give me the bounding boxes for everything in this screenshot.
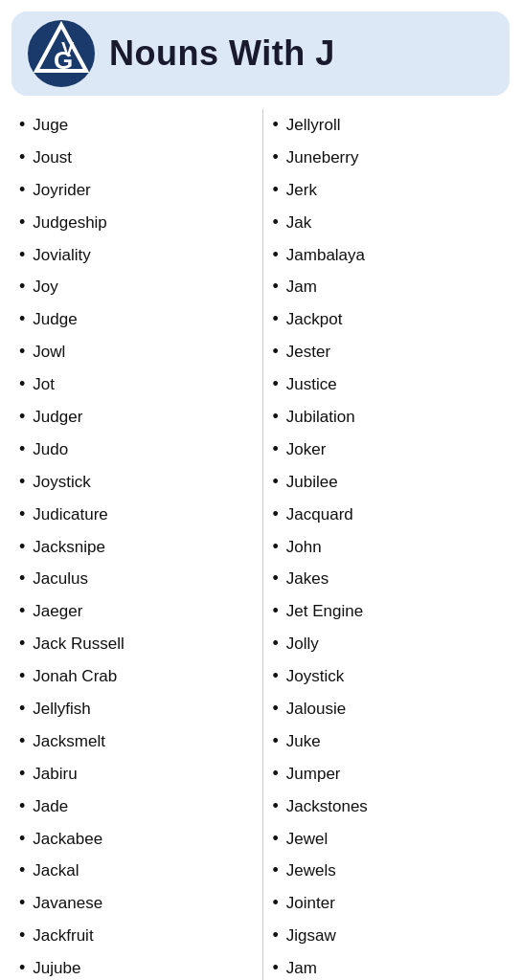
list-item: •Jonah Crab <box>19 660 253 693</box>
bullet: • <box>273 501 279 528</box>
bullet: • <box>19 306 25 333</box>
bullet: • <box>19 890 25 917</box>
list-item: •Juke <box>273 725 507 758</box>
bullet: • <box>19 145 25 171</box>
word: Judgeship <box>33 211 107 235</box>
list-item: •Jam <box>273 952 507 980</box>
bullet: • <box>19 242 25 269</box>
word: Jackal <box>33 858 79 883</box>
list-item: •Juneberry <box>273 142 507 174</box>
word: Jointer <box>286 891 335 916</box>
word: Jumper <box>286 762 341 787</box>
bullet: • <box>273 793 279 820</box>
bullet: • <box>273 598 279 625</box>
word: Joyrider <box>33 178 90 203</box>
list-item: •Jointer <box>273 887 507 920</box>
bullet: • <box>19 534 25 561</box>
list-item: •Joystick <box>273 660 507 693</box>
list-item: •Joyrider <box>19 174 253 207</box>
bullet: • <box>273 242 279 269</box>
bullet: • <box>19 436 25 463</box>
word: Jaculus <box>33 567 88 591</box>
list-item: •Judo <box>19 434 253 466</box>
bullet: • <box>19 663 25 690</box>
word: Jam <box>286 956 317 980</box>
bullet: • <box>19 858 25 884</box>
word: Juke <box>286 729 321 754</box>
list-item: •Jewel <box>273 823 507 856</box>
bullet: • <box>19 955 25 980</box>
list-item: •Jellyroll <box>273 109 507 142</box>
list-item: •Jacksmelt <box>19 725 253 758</box>
word: Judge <box>33 307 77 332</box>
list-item: •Jujube <box>19 952 253 980</box>
list-item: •Jellyfish <box>19 693 253 725</box>
bullet: • <box>19 274 25 301</box>
list-item: •Jacksnipe <box>19 531 253 564</box>
list-item: •Jester <box>273 336 507 368</box>
word: Jerk <box>286 178 317 203</box>
word: Jade <box>33 794 68 819</box>
word: Jacksnipe <box>33 535 105 560</box>
bullet: • <box>273 177 279 204</box>
bullet: • <box>273 761 279 788</box>
bullet: • <box>19 371 25 398</box>
list-item: •Judger <box>19 401 253 434</box>
bullet: • <box>273 306 279 333</box>
word: Jacksmelt <box>33 729 105 754</box>
word: Jackstones <box>286 794 368 819</box>
bullet: • <box>19 112 25 139</box>
word: Jellyroll <box>286 113 341 138</box>
list-item: •Jigsaw <box>273 920 507 952</box>
list-item: •Jack Russell <box>19 628 253 660</box>
page-title: Nouns With J <box>109 33 335 74</box>
list-item: •Javanese <box>19 887 253 920</box>
bullet: • <box>19 469 25 496</box>
word: Jackfruit <box>33 924 93 948</box>
list-item: •Jubilee <box>273 466 507 499</box>
word: Juneberry <box>286 145 359 170</box>
bullet: • <box>19 339 25 366</box>
word: Joystick <box>33 470 90 495</box>
list-item: •Judicature <box>19 499 253 531</box>
list-item: •Jabiru <box>19 758 253 791</box>
bullet: • <box>19 598 25 625</box>
list-item: •Jewels <box>273 855 507 887</box>
list-item: •Jacquard <box>273 499 507 531</box>
list-item: •Jaeger <box>19 595 253 628</box>
word: Jewels <box>286 858 336 883</box>
word: Jabiru <box>33 762 77 787</box>
list-item: •John <box>273 531 507 564</box>
list-item: •Joy <box>19 271 253 303</box>
word: Jubilation <box>286 405 355 430</box>
word: Joystick <box>286 664 344 689</box>
list-item: •Juge <box>19 109 253 142</box>
bullet: • <box>273 566 279 592</box>
word: Jackabee <box>33 827 102 852</box>
list-item: •Judgeship <box>19 207 253 239</box>
word: Jak <box>286 211 311 235</box>
list-item: •Jade <box>19 791 253 823</box>
list-item: •Jackstones <box>273 791 507 823</box>
word: Jack Russell <box>33 632 124 657</box>
word: Judo <box>33 437 68 462</box>
list-item: •Jerk <box>273 174 507 207</box>
word: Juge <box>33 113 68 138</box>
bullet: • <box>19 793 25 820</box>
bullet: • <box>19 631 25 657</box>
word: Jet Engine <box>286 599 363 624</box>
bullet: • <box>273 955 279 980</box>
bullet: • <box>19 761 25 788</box>
word: Judger <box>33 405 82 430</box>
list-item: •Jumper <box>273 758 507 791</box>
word: Joy <box>33 275 57 300</box>
list-item: •Jackabee <box>19 823 253 856</box>
list-item: •Jam <box>273 271 507 303</box>
list-item: •Jambalaya <box>273 239 507 272</box>
page-header: G V Nouns With J <box>11 11 510 96</box>
bullet: • <box>273 631 279 657</box>
word: Justice <box>286 372 337 397</box>
word: Jaeger <box>33 599 82 624</box>
word: Jonah Crab <box>33 664 117 689</box>
bullet: • <box>19 923 25 949</box>
